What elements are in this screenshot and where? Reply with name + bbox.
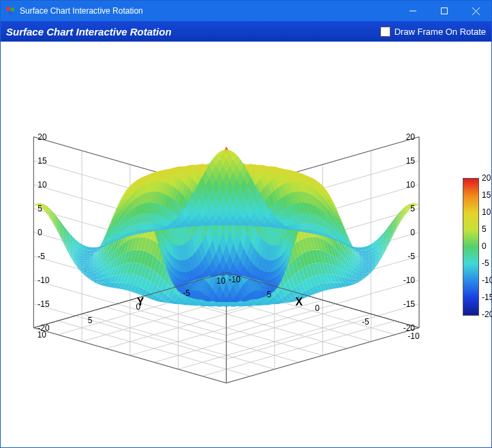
svg-rect-4 [442, 8, 448, 14]
y-axis-label: Y [137, 296, 144, 308]
checkbox-label: Draw Frame On Rotate [395, 27, 486, 37]
svg-point-1 [10, 8, 14, 12]
svg-point-2 [8, 11, 12, 15]
window-buttons [397, 1, 491, 21]
checkbox-box[interactable] [380, 27, 390, 37]
chart-area[interactable]: 20151050-5-10-15-20 X Y [1, 42, 491, 447]
minimize-button[interactable] [397, 1, 429, 21]
app-icon [5, 5, 16, 16]
x-axis-label: X [296, 296, 303, 308]
toolbar: Surface Chart Interactive Rotation Draw … [1, 21, 491, 42]
close-button[interactable] [460, 1, 491, 21]
toolbar-title: Surface Chart Interactive Rotation [6, 26, 172, 38]
legend-ticks: 20151050-5-10-15-20 [482, 174, 492, 327]
maximize-button[interactable] [429, 1, 460, 21]
surface-canvas[interactable] [1, 42, 491, 447]
color-legend: 20151050-5-10-15-20 [463, 178, 479, 316]
titlebar[interactable]: Surface Chart Interactive Rotation [1, 1, 491, 21]
app-window: Surface Chart Interactive Rotation Surfa… [0, 0, 492, 448]
legend-bar [463, 178, 479, 316]
draw-frame-checkbox[interactable]: Draw Frame On Rotate [380, 27, 486, 37]
window-title: Surface Chart Interactive Rotation [20, 6, 397, 16]
svg-point-0 [6, 7, 10, 11]
